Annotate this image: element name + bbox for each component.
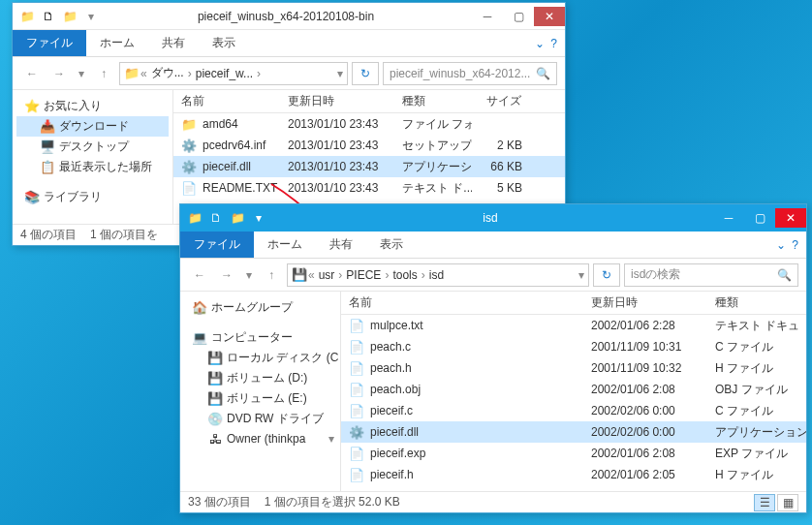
file-list[interactable]: 名前 更新日時 種類 📄mulpce.txt2002/01/06 2:28テキス…: [341, 292, 806, 491]
file-row[interactable]: 📄peach.c2001/11/09 10:31C ファイル: [341, 336, 806, 357]
back-button[interactable]: ←: [20, 62, 44, 85]
nav-bar: ← → ▾ ↑ 📁 « ダウ... › pieceif_w... › ▾ ↻ p…: [13, 57, 565, 90]
file-row[interactable]: ⚙️pcedrv64.inf2013/01/10 23:43セットアップ...2…: [173, 135, 565, 156]
file-row[interactable]: 📄peach.h2001/11/09 10:32H ファイル: [341, 357, 806, 379]
path-segment[interactable]: isd: [426, 268, 447, 282]
expand-ribbon-icon[interactable]: ⌄: [776, 238, 786, 252]
file-row[interactable]: 📁amd642013/01/10 23:43ファイル フォ...: [173, 113, 565, 135]
refresh-button[interactable]: ↻: [352, 62, 379, 85]
drive-icon: 💾: [207, 371, 223, 386]
details-view-button[interactable]: ☰: [754, 494, 775, 511]
tree-drive-d[interactable]: 💾ボリューム (D:): [184, 368, 336, 388]
file-row[interactable]: 📄peach.obj2002/01/06 2:08OBJ ファイル: [341, 379, 806, 400]
titlebar[interactable]: 📁 🗋 📁 ▾ pieceif_winusb_x64-20120108-bin …: [13, 3, 565, 30]
back-button[interactable]: ←: [188, 263, 211, 287]
properties-icon[interactable]: 🗋: [40, 8, 57, 25]
titlebar[interactable]: 📁 🗋 📁 ▾ isd ─ ▢ ✕: [180, 204, 806, 232]
file-row[interactable]: 📄pieceif.exp2002/01/06 2:08EXP ファイル: [341, 443, 806, 464]
file-icon: ⚙️: [181, 138, 197, 153]
search-input[interactable]: pieceif_winusb_x64-2012... 🔍: [383, 62, 557, 85]
col-date[interactable]: 更新日時: [583, 294, 707, 311]
address-bar[interactable]: 💾 « usr › PIECE › tools › isd ▾: [287, 263, 589, 287]
path-segment[interactable]: tools: [390, 268, 420, 282]
file-row[interactable]: 📄README.TXT2013/01/10 23:43テキスト ド...5 KB: [173, 177, 565, 199]
properties-icon[interactable]: 🗋: [207, 209, 225, 227]
file-type: テキスト ド...: [394, 180, 472, 197]
address-dropdown-icon[interactable]: ▾: [578, 268, 584, 282]
refresh-button[interactable]: ↻: [593, 263, 620, 287]
forward-button[interactable]: →: [47, 62, 71, 85]
path-segment[interactable]: pieceif_w...: [193, 67, 256, 80]
col-type[interactable]: 種類: [707, 294, 806, 311]
col-size[interactable]: サイズ: [472, 93, 530, 109]
tree-favorites[interactable]: ⭐お気に入り: [16, 96, 169, 116]
col-name[interactable]: 名前: [173, 93, 280, 109]
address-bar[interactable]: 📁 « ダウ... › pieceif_w... › ▾: [119, 62, 348, 85]
tree-drive-c[interactable]: 💾ローカル ディスク (C: [184, 348, 336, 368]
nav-tree[interactable]: 🏠ホームグループ 💻コンピューター 💾ローカル ディスク (C 💾ボリューム (…: [180, 292, 341, 491]
minimize-button[interactable]: ─: [472, 7, 503, 26]
ribbon-file-tab[interactable]: ファイル: [180, 232, 254, 258]
search-input[interactable]: isdの検索 🔍: [624, 263, 798, 287]
tree-desktop[interactable]: 🖥️デスクトップ: [16, 137, 169, 157]
chevron-down-icon[interactable]: ▾: [82, 8, 100, 25]
ribbon-home-tab[interactable]: ホーム: [254, 232, 316, 258]
tree-libraries[interactable]: 📚ライブラリ: [16, 187, 169, 207]
new-folder-icon[interactable]: 📁: [229, 209, 246, 227]
path-segment[interactable]: usr: [316, 268, 338, 282]
history-dropdown[interactable]: ▾: [75, 62, 88, 85]
close-button[interactable]: ✕: [775, 208, 806, 228]
up-button[interactable]: ↑: [260, 263, 283, 287]
icons-view-button[interactable]: ▦: [777, 494, 798, 511]
ribbon-view-tab[interactable]: 表示: [366, 232, 417, 258]
tree-recent[interactable]: 📋最近表示した場所: [16, 157, 169, 177]
new-folder-icon[interactable]: 📁: [61, 8, 78, 25]
maximize-button[interactable]: ▢: [744, 208, 775, 228]
col-name[interactable]: 名前: [341, 294, 583, 311]
file-type: アプリケーシ...: [394, 159, 472, 175]
help-icon[interactable]: ?: [550, 37, 557, 50]
file-date: 2002/02/06 0:00: [583, 425, 707, 439]
tree-downloads[interactable]: 📥ダウンロード: [16, 116, 169, 137]
dvd-icon: 💿: [207, 412, 223, 427]
help-icon[interactable]: ?: [792, 238, 798, 252]
file-icon: 📄: [349, 339, 364, 355]
col-type[interactable]: 種類: [394, 93, 472, 109]
chevron-down-icon[interactable]: ▾: [250, 209, 267, 227]
ribbon-view-tab[interactable]: 表示: [199, 30, 249, 56]
expand-ribbon-icon[interactable]: ⌄: [535, 37, 545, 50]
search-placeholder: pieceif_winusb_x64-2012...: [390, 67, 530, 80]
column-headers[interactable]: 名前 更新日時 種類: [341, 292, 806, 315]
file-row[interactable]: ⚙️pieceif.dll2013/01/10 23:43アプリケーシ...66…: [173, 156, 565, 177]
minimize-button[interactable]: ─: [713, 208, 744, 228]
tree-homegroup[interactable]: 🏠ホームグループ: [184, 297, 336, 318]
ribbon-share-tab[interactable]: 共有: [316, 232, 366, 258]
file-date: 2013/01/10 23:43: [280, 117, 394, 131]
address-dropdown-icon[interactable]: ▾: [337, 67, 343, 80]
tree-drive-e[interactable]: 💾ボリューム (E:): [184, 388, 336, 409]
file-row[interactable]: 📄mulpce.txt2002/01/06 2:28テキスト ドキュ: [341, 315, 806, 336]
ribbon-file-tab[interactable]: ファイル: [13, 30, 86, 56]
column-headers[interactable]: 名前 更新日時 種類 サイズ: [173, 90, 565, 113]
col-date[interactable]: 更新日時: [280, 93, 394, 109]
ribbon-share-tab[interactable]: 共有: [148, 30, 199, 56]
download-icon: 📥: [40, 119, 55, 135]
tree-computer[interactable]: 💻コンピューター: [184, 327, 336, 348]
file-row[interactable]: 📄pieceif.h2002/01/06 2:05H ファイル: [341, 464, 806, 485]
ribbon-help: ⌄ ?: [535, 37, 557, 50]
file-name: pieceif.dll: [370, 425, 419, 439]
history-dropdown[interactable]: ▾: [242, 263, 256, 287]
tree-network-share[interactable]: 🖧Owner (thinkpa▾: [184, 429, 336, 448]
file-icon: 📄: [349, 318, 364, 333]
file-row[interactable]: 📄pieceif.c2002/02/06 0:00C ファイル: [341, 400, 806, 421]
file-row[interactable]: ⚙️pieceif.dll2002/02/06 0:00アプリケーション: [341, 421, 806, 443]
maximize-button[interactable]: ▢: [503, 7, 534, 26]
path-segment[interactable]: ダウ...: [148, 65, 187, 81]
path-segment[interactable]: PIECE: [343, 268, 384, 282]
forward-button[interactable]: →: [215, 263, 238, 287]
ribbon-home-tab[interactable]: ホーム: [86, 30, 148, 56]
close-button[interactable]: ✕: [534, 7, 565, 26]
tree-dvd[interactable]: 💿DVD RW ドライブ: [184, 409, 336, 429]
nav-tree[interactable]: ⭐お気に入り 📥ダウンロード 🖥️デスクトップ 📋最近表示した場所 📚ライブラリ: [13, 90, 173, 224]
up-button[interactable]: ↑: [92, 62, 115, 85]
